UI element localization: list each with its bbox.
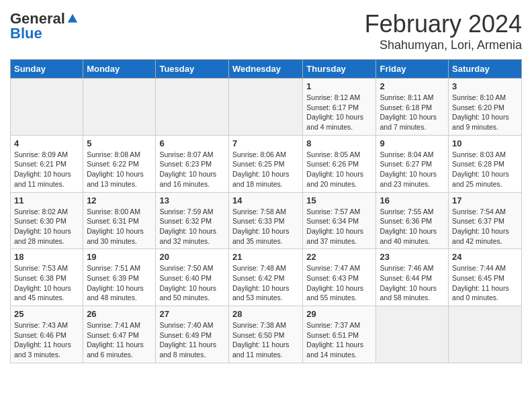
day-info: Sunrise: 7:55 AMSunset: 6:36 PMDaylight:… bbox=[380, 207, 445, 246]
calendar-cell: 10Sunrise: 8:03 AMSunset: 6:28 PMDayligh… bbox=[449, 135, 522, 192]
day-number: 25 bbox=[14, 309, 79, 319]
day-number: 15 bbox=[306, 195, 372, 205]
day-number: 22 bbox=[306, 252, 372, 262]
day-number: 12 bbox=[87, 195, 152, 205]
day-number: 18 bbox=[14, 252, 79, 262]
calendar-cell: 4Sunrise: 8:09 AMSunset: 6:21 PMDaylight… bbox=[11, 135, 83, 192]
calendar-cell: 18Sunrise: 7:53 AMSunset: 6:38 PMDayligh… bbox=[11, 249, 83, 306]
calendar-cell: 3Sunrise: 8:10 AMSunset: 6:20 PMDaylight… bbox=[449, 79, 522, 136]
day-of-week-header: Sunday bbox=[11, 60, 83, 79]
day-info: Sunrise: 7:37 AMSunset: 6:51 PMDaylight:… bbox=[306, 320, 372, 360]
day-info: Sunrise: 7:58 AMSunset: 6:33 PMDaylight:… bbox=[232, 207, 299, 246]
calendar-cell bbox=[449, 306, 522, 363]
day-info: Sunrise: 8:09 AMSunset: 6:21 PMDaylight:… bbox=[14, 150, 79, 189]
day-number: 9 bbox=[380, 138, 445, 148]
svg-marker-0 bbox=[68, 14, 77, 23]
calendar-cell: 13Sunrise: 7:59 AMSunset: 6:32 PMDayligh… bbox=[156, 192, 229, 249]
day-info: Sunrise: 7:41 AMSunset: 6:47 PMDaylight:… bbox=[87, 320, 152, 360]
day-info: Sunrise: 8:04 AMSunset: 6:27 PMDaylight:… bbox=[380, 150, 445, 189]
calendar-cell: 23Sunrise: 7:46 AMSunset: 6:44 PMDayligh… bbox=[376, 249, 449, 306]
calendar-header-row: SundayMondayTuesdayWednesdayThursdayFrid… bbox=[11, 60, 522, 79]
day-info: Sunrise: 7:54 AMSunset: 6:37 PMDaylight:… bbox=[452, 207, 518, 246]
month-title: February 2024 bbox=[365, 10, 522, 38]
day-number: 1 bbox=[306, 81, 372, 91]
day-number: 4 bbox=[14, 138, 79, 148]
calendar-cell: 24Sunrise: 7:44 AMSunset: 6:45 PMDayligh… bbox=[449, 249, 522, 306]
calendar-cell: 14Sunrise: 7:58 AMSunset: 6:33 PMDayligh… bbox=[228, 192, 302, 249]
day-info: Sunrise: 8:06 AMSunset: 6:25 PMDaylight:… bbox=[232, 150, 299, 189]
day-info: Sunrise: 8:00 AMSunset: 6:31 PMDaylight:… bbox=[87, 207, 152, 246]
header: General Blue February 2024 Shahumyan, Lo… bbox=[10, 10, 522, 52]
calendar-cell: 27Sunrise: 7:40 AMSunset: 6:49 PMDayligh… bbox=[156, 306, 229, 363]
day-of-week-header: Thursday bbox=[303, 60, 376, 79]
day-info: Sunrise: 7:47 AMSunset: 6:43 PMDaylight:… bbox=[306, 263, 372, 303]
calendar-cell: 12Sunrise: 8:00 AMSunset: 6:31 PMDayligh… bbox=[83, 192, 156, 249]
day-info: Sunrise: 7:50 AMSunset: 6:40 PMDaylight:… bbox=[159, 263, 225, 303]
calendar-cell: 2Sunrise: 8:11 AMSunset: 6:18 PMDaylight… bbox=[376, 79, 449, 136]
calendar-cell bbox=[228, 79, 302, 136]
day-number: 3 bbox=[452, 81, 518, 91]
day-number: 29 bbox=[306, 309, 372, 319]
calendar-cell: 25Sunrise: 7:43 AMSunset: 6:46 PMDayligh… bbox=[11, 306, 83, 363]
logo-icon bbox=[66, 13, 79, 25]
day-info: Sunrise: 8:10 AMSunset: 6:20 PMDaylight:… bbox=[452, 93, 518, 132]
day-info: Sunrise: 7:38 AMSunset: 6:50 PMDaylight:… bbox=[232, 320, 299, 360]
calendar-cell: 21Sunrise: 7:48 AMSunset: 6:42 PMDayligh… bbox=[228, 249, 302, 306]
day-info: Sunrise: 8:03 AMSunset: 6:28 PMDaylight:… bbox=[452, 150, 518, 189]
day-number: 10 bbox=[452, 138, 518, 148]
calendar-table: SundayMondayTuesdayWednesdayThursdayFrid… bbox=[10, 59, 522, 363]
day-of-week-header: Wednesday bbox=[228, 60, 302, 79]
calendar-week-row: 18Sunrise: 7:53 AMSunset: 6:38 PMDayligh… bbox=[11, 249, 522, 306]
day-number: 2 bbox=[380, 81, 445, 91]
day-info: Sunrise: 7:44 AMSunset: 6:45 PMDaylight:… bbox=[452, 263, 518, 303]
calendar-cell: 17Sunrise: 7:54 AMSunset: 6:37 PMDayligh… bbox=[449, 192, 522, 249]
day-info: Sunrise: 8:11 AMSunset: 6:18 PMDaylight:… bbox=[380, 93, 445, 132]
calendar-cell bbox=[11, 79, 83, 136]
day-number: 8 bbox=[306, 138, 372, 148]
title-area: February 2024 Shahumyan, Lori, Armenia bbox=[365, 10, 522, 52]
calendar-cell: 16Sunrise: 7:55 AMSunset: 6:36 PMDayligh… bbox=[376, 192, 449, 249]
day-of-week-header: Saturday bbox=[449, 60, 522, 79]
day-info: Sunrise: 7:48 AMSunset: 6:42 PMDaylight:… bbox=[232, 263, 299, 303]
calendar-week-row: 1Sunrise: 8:12 AMSunset: 6:17 PMDaylight… bbox=[11, 79, 522, 136]
day-number: 13 bbox=[159, 195, 225, 205]
calendar-cell bbox=[83, 79, 156, 136]
day-number: 26 bbox=[87, 309, 152, 319]
day-info: Sunrise: 8:12 AMSunset: 6:17 PMDaylight:… bbox=[306, 93, 372, 132]
day-of-week-header: Friday bbox=[376, 60, 449, 79]
calendar-cell: 9Sunrise: 8:04 AMSunset: 6:27 PMDaylight… bbox=[376, 135, 449, 192]
day-info: Sunrise: 7:59 AMSunset: 6:32 PMDaylight:… bbox=[159, 207, 225, 246]
calendar-cell: 6Sunrise: 8:07 AMSunset: 6:23 PMDaylight… bbox=[156, 135, 229, 192]
calendar-cell: 8Sunrise: 8:05 AMSunset: 6:26 PMDaylight… bbox=[303, 135, 376, 192]
day-number: 19 bbox=[87, 252, 152, 262]
day-info: Sunrise: 7:51 AMSunset: 6:39 PMDaylight:… bbox=[87, 263, 152, 303]
day-number: 27 bbox=[159, 309, 225, 319]
day-number: 14 bbox=[232, 195, 299, 205]
calendar-week-row: 11Sunrise: 8:02 AMSunset: 6:30 PMDayligh… bbox=[11, 192, 522, 249]
calendar-week-row: 4Sunrise: 8:09 AMSunset: 6:21 PMDaylight… bbox=[11, 135, 522, 192]
day-info: Sunrise: 7:57 AMSunset: 6:34 PMDaylight:… bbox=[306, 207, 372, 246]
day-number: 28 bbox=[232, 309, 299, 319]
day-number: 16 bbox=[380, 195, 445, 205]
calendar-week-row: 25Sunrise: 7:43 AMSunset: 6:46 PMDayligh… bbox=[11, 306, 522, 363]
day-info: Sunrise: 7:40 AMSunset: 6:49 PMDaylight:… bbox=[159, 320, 225, 360]
day-number: 21 bbox=[232, 252, 299, 262]
day-number: 11 bbox=[14, 195, 79, 205]
calendar-cell bbox=[156, 79, 229, 136]
calendar-cell: 29Sunrise: 7:37 AMSunset: 6:51 PMDayligh… bbox=[303, 306, 376, 363]
calendar-cell: 26Sunrise: 7:41 AMSunset: 6:47 PMDayligh… bbox=[83, 306, 156, 363]
calendar-cell bbox=[376, 306, 449, 363]
day-number: 23 bbox=[380, 252, 445, 262]
logo-blue-text: Blue bbox=[10, 25, 42, 42]
day-number: 24 bbox=[452, 252, 518, 262]
calendar-cell: 28Sunrise: 7:38 AMSunset: 6:50 PMDayligh… bbox=[228, 306, 302, 363]
day-number: 5 bbox=[87, 138, 152, 148]
calendar-cell: 15Sunrise: 7:57 AMSunset: 6:34 PMDayligh… bbox=[303, 192, 376, 249]
logo: General Blue bbox=[10, 10, 79, 42]
day-info: Sunrise: 7:53 AMSunset: 6:38 PMDaylight:… bbox=[14, 263, 79, 303]
day-info: Sunrise: 7:46 AMSunset: 6:44 PMDaylight:… bbox=[380, 263, 445, 303]
day-number: 6 bbox=[159, 138, 225, 148]
calendar-cell: 7Sunrise: 8:06 AMSunset: 6:25 PMDaylight… bbox=[228, 135, 302, 192]
day-info: Sunrise: 8:08 AMSunset: 6:22 PMDaylight:… bbox=[87, 150, 152, 189]
calendar-cell: 5Sunrise: 8:08 AMSunset: 6:22 PMDaylight… bbox=[83, 135, 156, 192]
